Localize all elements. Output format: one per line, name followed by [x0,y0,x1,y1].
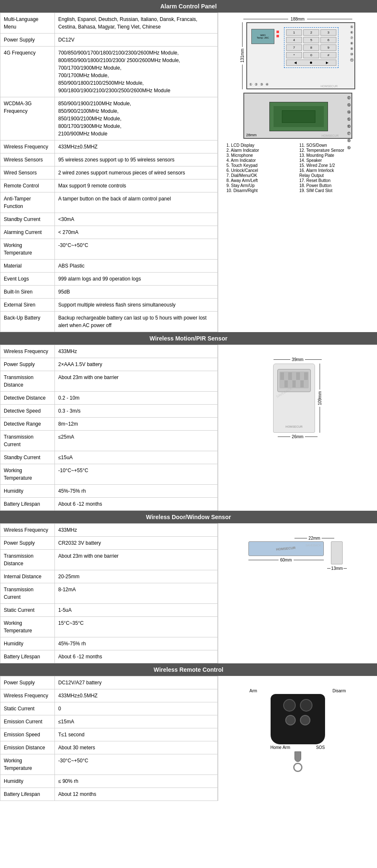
door-sensor-diagram-area: 22mm HOMSECUR SAVEBACK 60mm [218,523,377,663]
key-6: 6 [320,37,336,43]
dim-28mm: 28mm [246,133,257,137]
key-2: 2 [303,29,319,36]
remote-arm-label: Arm [250,689,257,693]
door-specs-table: Wireless Frequency 433MHz Power Supply C… [0,523,218,663]
table-row: WCDMA-3G Frequency 850/900/1900/2100MHz … [0,97,218,140]
diagram-legend: 1. LCD Display 11. SOS/Down 2. Alarm Ind… [227,143,369,193]
table-row: Power Supply DC12V/A27 battery [0,676,218,689]
door-main-sensor: HOMSECUR SAVEBACK 60mm [248,541,324,562]
table-row: Emission Distance About 30 meters [0,741,218,754]
remote-specs-table: Power Supply DC12V/A27 battery Wireless … [0,676,218,801]
remote-top-labels: Arm Disarm [250,689,346,693]
table-row: Internal Distance 20-25mm [0,570,218,583]
door-watermark: SAVEBACK [305,544,321,547]
door-sensor-section: Wireless Door/Window Sensor Wireless Fre… [0,511,377,663]
table-row: Event Logs 999 alarm logs and 99 operati… [0,273,218,286]
door-homsecur-label: HOMSECUR [276,546,296,551]
table-row: Remote Control Max support 9 remote cont… [0,179,218,192]
pir-lens [277,369,311,392]
table-row: Wireless Frequency 433MHz [0,524,218,537]
key-5: 5 [303,37,319,43]
table-row: Back-Up Battery Backup rechargeable batt… [0,312,218,332]
remote-bottom-labels: Home Arm SOS [271,745,325,750]
table-row: Power Supply 2×AAA 1.5V battery [0,358,218,371]
key-1: 1 [286,29,302,36]
indicator-area [276,31,279,37]
remote-bottom-btns [285,715,310,725]
table-row: Transmission Current ≤25mA [0,431,218,451]
remote-btn-homearm [285,715,296,725]
table-row: Transmission Distance About 23m with one… [0,371,218,392]
table-row: Emission Current ≤15mA [0,715,218,728]
dim-width-label: 188mm [288,17,307,21]
table-row: 4G Frequency 700/850/900/1700/1800/2100/… [0,47,218,97]
table-row: Humidity 45%-75% rh [0,485,218,498]
pir-section-header: Wireless Motion/PIR Sensor [0,332,377,345]
table-row: External Siren Support multiple wireless… [0,299,218,312]
table-row: Battery Lifespan About 6 -12 months [0,498,218,511]
remote-body [271,694,325,744]
door-magnet-body [331,541,343,564]
table-row: Wireless Frequency 433MHz [0,345,218,358]
right-side-labels: ⑤⑥⑦⑧⑨⑩⑪ [350,25,354,62]
table-row: Static Current 0 [0,702,218,715]
table-row: Transmission Current 8-12mA [0,583,218,604]
key-hash: # [320,52,336,58]
pcb-chip [282,110,315,123]
door-magnet: 13mm [327,541,347,571]
remote-control-diagram: Arm Disarm [250,689,346,772]
pir-specs-table: Wireless Frequency 433MHz Power Supply 2… [0,345,218,511]
table-row: Alarming Current < 270mA [0,226,218,239]
homsecur-top-label: HOMSECUR [320,85,338,88]
table-row: Material ABS Plastic [0,260,218,273]
remote-keyring [293,763,302,772]
table-row: Multi-Language Menu English, Espanol, De… [0,13,218,34]
pir-dim-bottom: 26mm [290,434,305,439]
table-row: Battery Lifespan About 6 -12 months [0,650,218,663]
table-row: Power Supply DC12V [0,34,218,47]
key-9: 9 [320,44,336,51]
table-row: Emission Speed T≤1 second [0,728,218,741]
table-row: Wireless Sensors 95 wireless zones suppo… [0,153,218,166]
door-main-body: HOMSECUR SAVEBACK [248,541,324,556]
remote-diagram-area: Arm Disarm [218,676,377,801]
remote-top-btns [283,699,312,712]
table-row: Transmission Distance About 23m with one… [0,550,218,570]
alarm-panel-diagram-area: 188mm 131mm WIFI Temp: 26C [218,13,377,332]
key-8: 8 [303,44,319,51]
pir-sensor-diagram: 39mm [273,357,322,439]
table-row: Wired Sensors 2 wired zones support nume… [0,166,218,179]
alarm-panel-header: Alarm Control Panel [0,0,377,13]
door-dim-length: 60mm [279,558,294,562]
table-row: Working Temperature -10°C~+55°C [0,464,218,485]
table-row: Detective Distance 0.2 - 10m [0,392,218,405]
pir-sensor-section: Wireless Motion/PIR Sensor Wireless Freq… [0,332,377,511]
table-row: Humidity ≤ 90% rh [0,775,218,788]
table-row: Battery Lifespan About 12 months [0,788,218,801]
door-sensor-diagram: 22mm HOMSECUR SAVEBACK 60mm [248,536,347,571]
remote-btn-disarm [300,699,312,712]
bottom-labels: ①②③④ [249,83,269,86]
table-row: Wireless Frequency 433MHz±0.5MHZ [0,689,218,702]
table-row: Working Temperature 15°C~35°C [0,617,218,637]
table-row: Built-In Siren 95dB [0,286,218,299]
remote-control-section: Wireless Remote Control Power Supply DC1… [0,663,377,801]
remote-section-header: Wireless Remote Control [0,663,377,676]
remote-keychain [294,751,301,762]
pcb-board [269,102,328,131]
remote-btn-sos [300,715,310,725]
remote-sos-label: SOS [316,745,325,750]
key-0: 0 [303,52,319,58]
alarm-specs-table: Multi-Language Menu English, Espanol, De… [0,13,218,332]
indicator-dot [276,35,279,37]
key-7: 7 [286,44,302,51]
key-bottom-row: ◀⏺▶ [286,60,336,66]
table-row: Working Temperature -30°C~+50°C [0,754,218,775]
door-section-header: Wireless Door/Window Sensor [0,511,377,523]
indicator-dot [276,31,279,33]
door-dim-width: 22mm [307,536,322,541]
key-star: * [286,52,302,58]
table-row: Detective Range 8m~12m [0,418,218,431]
dim-height-label: 131mm [240,47,245,64]
remote-homearm-label: Home Arm [271,745,290,750]
